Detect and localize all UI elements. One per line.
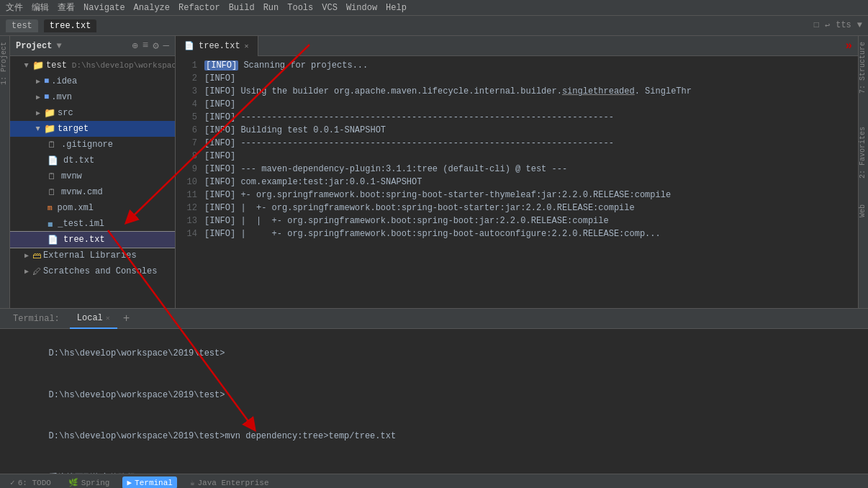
menu-item-vcs[interactable]: VCS [322,3,338,13]
tree-item-label: dt.txt [63,155,94,166]
panel-dropdown-icon[interactable]: ▼ [56,41,61,51]
window-icon-back[interactable]: ↩ [825,20,830,31]
menu-item-run[interactable]: Run [263,3,279,13]
tree-item-label: pom.xml [58,203,94,213]
folder-scratch-icon: 🖊 [32,266,41,277]
menu-item-window[interactable]: Window [346,3,377,13]
panel-header-icons: ⊕ ≡ ⚙ — [132,40,169,52]
tree-item-testiml[interactable]: ◼ _test.iml [10,216,175,232]
editor-line-7: 7 [INFO] -------------------------------… [176,137,858,150]
todo-label: 6: TODO [18,479,51,487]
tree-item-label: .idea [51,76,77,86]
tab-file-icon: 📄 [184,41,194,50]
chevron-icon: ▶ [24,251,29,260]
editor-tab-treetxt[interactable]: 📄 tree.txt ✕ [176,36,258,56]
chevron-icon: ▶ [36,77,40,86]
tree-item-label: mvnw [61,171,82,181]
editor-line-5: 5 [INFO] -------------------------------… [176,111,858,124]
tree-item-mvnwcmd[interactable]: 🗒 mvnw.cmd [10,184,175,200]
prompt: D:\hs\develop\workspace\2019\test> [49,348,225,358]
editor-line-11: 11 [INFO] +- org.springframework.boot:sp… [176,189,858,202]
main-area: 1: Project Project ▼ ⊕ ≡ ⚙ — ▶ 📁 test [0,36,868,308]
settings-icon[interactable]: ⚙ [153,40,158,52]
side-label-structure[interactable]: 7: Structure [859,36,868,99]
menu-item-build[interactable]: Build [229,3,255,13]
tts-label[interactable]: tts [836,20,851,31]
menu-item-refactor[interactable]: Refactor [178,3,220,13]
editor-line-2: 2 [INFO] [176,72,858,85]
editor-line-3: 3 [INFO] Using the builder org.apache.ma… [176,85,858,98]
editor-line-12: 12 [INFO] | +- org.springframework.boot:… [176,202,858,214]
tree-item-label: target [58,124,89,134]
editor-line-8: 8 [INFO] [176,150,858,163]
menu-item-tools[interactable]: Tools [287,3,313,13]
tree-item-label: .gitignore [61,140,113,150]
editor-line-6: 6 [INFO] Building test 0.0.1-SNAPSHOT [176,124,858,137]
tab-close-icon[interactable]: ✕ [245,42,249,50]
file-icon: 🗒 [48,140,56,150]
tree-item-idea[interactable]: ▶ ■ .idea [10,73,175,89]
side-label-web[interactable]: Web [859,199,868,223]
editor-line-4: 4 [INFO] [176,98,858,111]
chevron-icon: ▶ [22,63,31,68]
menu-item-help[interactable]: Help [386,3,407,13]
tree-item-scratches[interactable]: ▶ 🖊 Scratches and Consoles [10,263,175,279]
tree-item-ext-libs[interactable]: ▶ 🗃 External Libraries [10,248,175,263]
bottom-tab-local[interactable]: Local ✕ [70,309,117,329]
add-icon[interactable]: ⊕ [132,40,137,52]
minimize-icon[interactable]: — [163,40,169,52]
tree-item-mvn[interactable]: ▶ ■ .mvn [10,89,175,105]
panel-header: Project ▼ ⊕ ≡ ⚙ — [10,36,175,56]
status-tab-terminal[interactable]: ▶ Terminal [122,476,176,488]
menu-item-view[interactable]: 查看 [58,1,75,14]
window-icon-restore[interactable]: □ [814,20,819,31]
editor-tabs: 📄 tree.txt ✕ » [176,36,858,56]
menu-item-analyze[interactable]: Analyze [134,3,170,13]
editor-area: 📄 tree.txt ✕ » 1 [INFO] Scanning for pro… [176,36,858,308]
menu-bar: 文件 编辑 查看 Navigate Analyze Refactor Build… [0,0,868,16]
status-bar: ✓ 6: TODO 🌿 Spring ▶ Terminal ☕ Java Ent… [0,474,868,488]
tree-item-treetxt[interactable]: 📄 tree.txt [10,232,175,248]
tree-item-gitignore[interactable]: 🗒 .gitignore [10,137,175,153]
status-tab-spring[interactable]: 🌿 Spring [64,476,114,488]
tree-item-target[interactable]: ▶ 📁 target [10,121,175,137]
scroll-right-indicator: » [845,40,858,53]
tab-local-close[interactable]: ✕ [106,314,110,322]
tree-item-label: mvnw.cmd [61,187,103,197]
status-tab-todo[interactable]: ✓ 6: TODO [6,476,55,488]
editor-line-10: 10 [INFO] com.example:test:jar:0.0.1-SNA… [176,176,858,189]
tree-item-mvnw[interactable]: 🗒 mvnw [10,168,175,184]
menu-item-file[interactable]: 文件 [6,1,23,14]
bottom-tabs: Terminal: Local ✕ + [0,309,868,329]
title-tab-test[interactable]: test [6,19,38,32]
terminal-line-4: 系统找不到指定的路径。 [7,458,861,474]
tree-item-label: .mvn [51,92,72,102]
tree-item-label: _test.iml [58,219,104,229]
menu-item-edit[interactable]: 编辑 [32,1,49,14]
tree-item-src[interactable]: ▶ 📁 src [10,105,175,121]
tree-item-label: tree.txt [63,235,105,245]
terminal-content[interactable]: D:\hs\develop\workspace\2019\test> D:\hs… [0,329,868,474]
project-panel: Project ▼ ⊕ ≡ ⚙ — ▶ 📁 test D:\hs\develop… [10,36,176,308]
side-label-project[interactable]: 1: Project [0,36,9,91]
tree-item-dttxt[interactable]: 📄 dt.txt [10,153,175,168]
prompt: D:\hs\develop\workspace\2019\test> [49,390,225,400]
chevron-icon: ▶ [24,267,29,276]
filter-icon[interactable]: ≡ [143,40,148,52]
chevron-icon: ▶ [36,93,40,101]
editor-content[interactable]: 1 [INFO] Scanning for projects... 2 [INF… [176,56,858,308]
folder-icon: 📁 [44,123,55,135]
title-tab-treetxt[interactable]: tree.txt [44,19,97,32]
file-icon-iml: ◼ [48,219,53,230]
editor-line-13: 13 [INFO] | | +- org.springframework.boo… [176,214,858,227]
java-label: Java Enterprise [198,479,269,487]
tree-item-pomxml[interactable]: m pom.xml [10,200,175,216]
side-label-favorites[interactable]: 2: Favorites [859,121,868,184]
bottom-tab-terminal-label[interactable]: Terminal: [6,309,67,329]
menu-item-navigate[interactable]: Navigate [83,3,125,13]
add-terminal-button[interactable]: + [120,312,133,325]
tree-item-test-root[interactable]: ▶ 📁 test D:\hs\develop\workspace\2019\te… [10,58,175,73]
dropdown-icon[interactable]: ▼ [857,20,862,31]
spring-label: Spring [81,479,110,487]
status-tab-java-enterprise[interactable]: ☕ Java Enterprise [186,476,273,488]
